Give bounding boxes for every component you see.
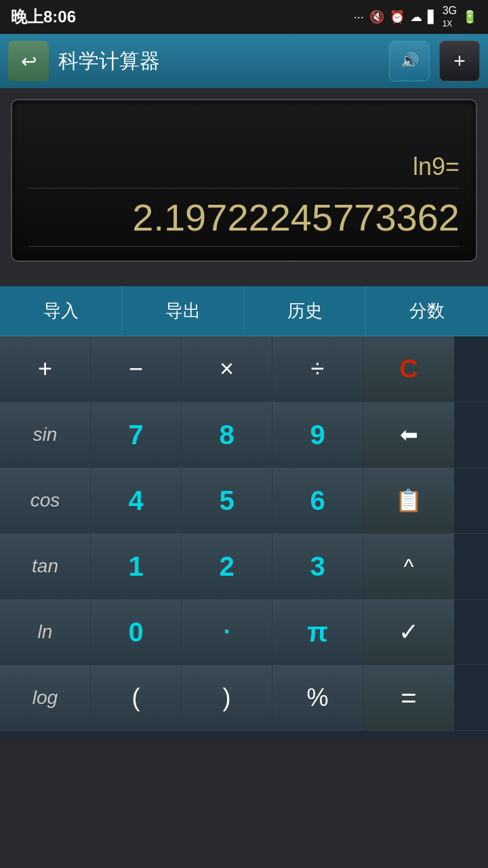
back-icon: ↩ <box>21 50 37 73</box>
0-button[interactable]: 0 <box>91 599 182 665</box>
4-button[interactable]: 4 <box>91 468 182 533</box>
function-row: 导入 导出 历史 分数 <box>0 286 488 336</box>
8-button[interactable]: 8 <box>182 402 272 467</box>
log-button[interactable]: log <box>0 665 91 730</box>
signal-bars-icon: ▋ <box>428 9 437 24</box>
clear-button[interactable]: C <box>363 336 454 401</box>
title-bar: ↩ 科学计算器 🔊 + <box>0 34 488 88</box>
signal-icon: ··· <box>354 10 364 24</box>
app-title: 科学计算器 <box>58 47 380 75</box>
backspace-icon: ⬅ <box>400 422 418 448</box>
add-button[interactable]: + <box>0 336 91 401</box>
power-button[interactable]: ^ <box>363 534 454 599</box>
7-button[interactable]: 7 <box>91 402 182 467</box>
1-button[interactable]: 1 <box>91 534 182 599</box>
sin-button[interactable]: sin <box>0 402 91 467</box>
row-2: sin 7 8 9 ⬅ <box>0 402 488 468</box>
plus-icon: + <box>453 50 466 73</box>
add-button[interactable]: + <box>439 41 480 81</box>
export-button[interactable]: 导出 <box>122 286 244 336</box>
history-button[interactable]: 历史 <box>244 286 366 336</box>
clipboard-button[interactable]: 📋 <box>363 468 454 533</box>
back-button[interactable]: ↩ <box>8 41 49 81</box>
checkmark-icon: ✓ <box>399 618 419 646</box>
sound-button[interactable]: 🔊 <box>389 41 430 81</box>
open-paren-button[interactable]: ( <box>91 665 182 730</box>
status-bar: 晚上8:06 ··· 🔇 ⏰ ☁ ▋ 3G1X 🔋 <box>0 0 488 34</box>
status-time: 晚上8:06 <box>11 6 76 28</box>
close-paren-button[interactable]: ) <box>182 665 272 730</box>
display-area: ln9= 2.19722245773362 <box>0 88 488 273</box>
row-3: cos 4 5 6 📋 <box>0 468 488 534</box>
sound-icon: 🔊 <box>401 52 419 70</box>
divide-button[interactable]: ÷ <box>272 336 363 401</box>
row-5: ln 0 · π ✓ <box>0 599 488 665</box>
9-button[interactable]: 9 <box>272 402 363 467</box>
dot-button[interactable]: · <box>182 599 272 665</box>
pi-button[interactable]: π <box>272 599 363 665</box>
row-4: tan 1 2 3 ^ <box>0 534 488 599</box>
multiply-button[interactable]: × <box>182 336 272 401</box>
equals-button[interactable]: = <box>363 665 454 730</box>
percent-button[interactable]: % <box>272 665 363 730</box>
backspace-button[interactable]: ⬅ <box>363 402 454 467</box>
number-pad: + − × ÷ C sin 7 8 <box>0 336 488 731</box>
row-1: + − × ÷ C <box>0 336 488 402</box>
import-button[interactable]: 导入 <box>0 286 122 336</box>
battery-icon: 🔋 <box>462 9 477 24</box>
alarm-icon: ⏰ <box>390 9 405 24</box>
5-button[interactable]: 5 <box>182 468 272 533</box>
display-expression: ln9= <box>28 153 460 189</box>
calculator-display: ln9= 2.19722245773362 <box>11 99 477 262</box>
3-button[interactable]: 3 <box>272 534 363 599</box>
6-button[interactable]: 6 <box>272 468 363 533</box>
cos-button[interactable]: cos <box>0 468 91 533</box>
wifi-icon: ☁ <box>410 9 422 24</box>
keypad: 导入 导出 历史 分数 + − × ÷ C <box>0 286 488 738</box>
network-type-icon: 3G1X <box>443 5 457 29</box>
subtract-button[interactable]: − <box>91 336 182 401</box>
separator <box>0 273 488 286</box>
mute-icon: 🔇 <box>369 9 384 24</box>
clipboard-icon: 📋 <box>395 488 422 513</box>
confirm-button[interactable]: ✓ <box>363 599 454 665</box>
status-icons: ··· 🔇 ⏰ ☁ ▋ 3G1X 🔋 <box>354 5 477 29</box>
display-result: 2.19722245773362 <box>28 195 460 247</box>
ln-button[interactable]: ln <box>0 599 91 665</box>
row-6: log ( ) % = <box>0 665 488 731</box>
2-button[interactable]: 2 <box>182 534 272 599</box>
tan-button[interactable]: tan <box>0 534 91 599</box>
fraction-button[interactable]: 分数 <box>366 286 488 336</box>
